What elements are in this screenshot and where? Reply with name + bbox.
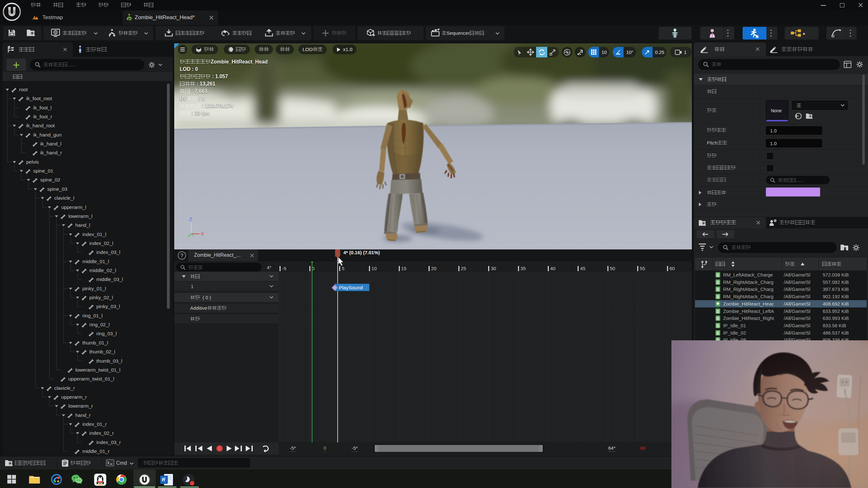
svg-text:Z: Z [189,216,192,222]
svg-text:Y: Y [191,232,194,237]
svg-text:*: * [803,32,805,37]
svg-text:20: 20 [431,266,437,271]
svg-text:10: 10 [371,266,377,271]
svg-text:25: 25 [461,266,466,271]
svg-text:35: 35 [521,266,526,271]
svg-text:X: X [201,231,204,236]
svg-text:45: 45 [580,266,586,271]
svg-text:55: 55 [640,266,645,271]
svg-text:30: 30 [491,266,496,271]
svg-text:40: 40 [550,266,556,271]
svg-text:-5: -5 [282,266,286,271]
svg-text:50: 50 [610,266,615,271]
svg-text:60: 60 [670,266,675,271]
svg-text:15: 15 [401,266,407,271]
